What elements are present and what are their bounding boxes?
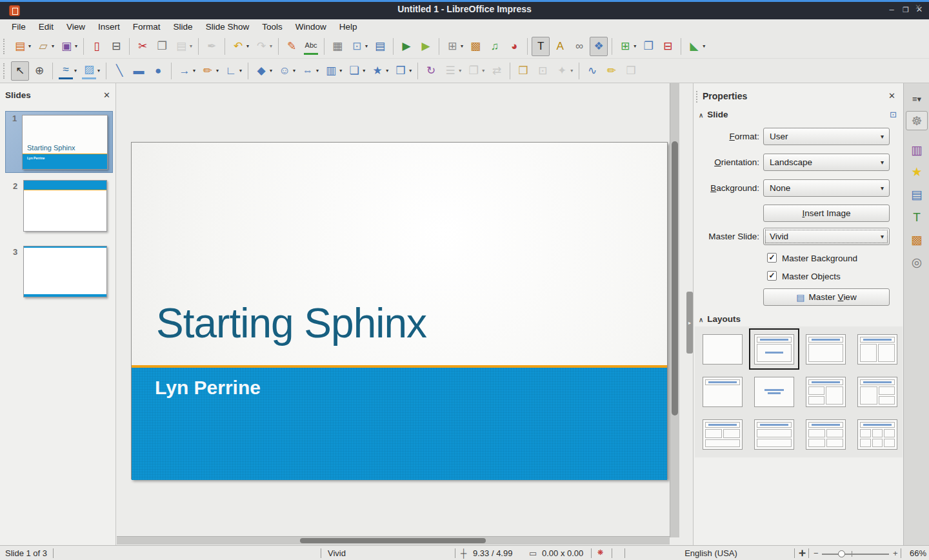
insert-image-button[interactable]: ▩▾ — [466, 37, 484, 56]
layout-blank[interactable] — [697, 328, 748, 370]
slide-title-text[interactable]: Starting Sphinx — [156, 299, 426, 347]
align-objects-button[interactable]: ☰▾ — [441, 61, 463, 81]
format-dropdown[interactable]: User — [763, 128, 890, 145]
start-from-current-slide-button[interactable]: ▶▾ — [417, 37, 435, 56]
collapse-arrow-icon[interactable]: ∧ — [699, 112, 703, 119]
select-tool-button[interactable]: ↖▾ — [11, 61, 29, 81]
menu-slide-show[interactable]: Slide Show — [199, 21, 256, 33]
orientation-dropdown[interactable]: Landscape — [763, 154, 890, 171]
display-modes-button[interactable]: ▤▾ — [371, 37, 389, 56]
display-views-button[interactable]: ⊡▾ — [348, 37, 370, 56]
insert-text-box-button[interactable]: T▾ — [532, 37, 550, 56]
vertical-scrollbar[interactable] — [670, 83, 679, 537]
dropdown-arrow-icon[interactable]: ▾ — [193, 68, 195, 74]
insert-fontwork-button[interactable]: A▾ — [551, 37, 569, 56]
clone-formatting-button[interactable]: ✒▾ — [203, 37, 221, 56]
vertical-scrollbar-thumb[interactable] — [672, 141, 678, 415]
tab-slide-transition[interactable]: ▥ — [906, 141, 928, 160]
background-dropdown[interactable]: None — [763, 179, 890, 197]
cut-button[interactable]: ✂▾ — [134, 37, 152, 56]
menu-edit[interactable]: Edit — [32, 21, 60, 33]
properties-panel-close-icon[interactable]: ✕ — [888, 91, 895, 101]
slides-panel-close-icon[interactable]: ✕ — [103, 90, 110, 100]
zoom-in-button[interactable]: + — [893, 548, 898, 558]
master-slide-dropdown[interactable]: Vivid — [763, 228, 890, 245]
dropdown-arrow-icon[interactable]: ▾ — [339, 68, 342, 74]
tab-styles[interactable]: T — [906, 208, 928, 227]
slide-subtitle-text[interactable]: Lyn Perrine — [155, 377, 261, 399]
insert-media-button[interactable]: ♫▾ — [486, 37, 504, 56]
menu-insert[interactable]: Insert — [92, 21, 126, 33]
more-options-icon[interactable]: ⊡ — [890, 110, 897, 119]
slide-section-header[interactable]: ∧Slide — [699, 110, 728, 119]
undo-button[interactable]: ↶▾ — [229, 37, 251, 56]
gluepoints-button[interactable]: ✏▾ — [603, 61, 621, 81]
zoom-out-button[interactable]: − — [814, 548, 819, 558]
dropdown-arrow-icon[interactable]: ▾ — [28, 43, 31, 49]
unsaved-changes-icon[interactable]: ❋ — [597, 548, 603, 557]
curves-polygons-button[interactable]: ✏▾ — [199, 61, 221, 81]
dropdown-arrow-icon[interactable]: ▾ — [634, 43, 636, 49]
dropdown-arrow-icon[interactable]: ▾ — [363, 68, 365, 74]
tab-gallery[interactable]: ▩ — [906, 230, 928, 250]
layout-6content[interactable] — [852, 414, 903, 455]
paste-button[interactable]: ▤▾ — [172, 37, 194, 56]
dropdown-arrow-icon[interactable]: ▾ — [365, 43, 368, 49]
menu-format[interactable]: Format — [126, 21, 167, 33]
slide-title-area[interactable]: Starting Sphinx — [132, 143, 667, 365]
show-draw-functions-button[interactable]: ❖▾ — [590, 37, 608, 56]
spelling-button[interactable]: Abc▾ — [302, 37, 320, 56]
layout-title-slide[interactable] — [749, 328, 799, 370]
layout-title-only[interactable] — [697, 371, 748, 412]
zoom-percent[interactable]: 66% — [906, 548, 926, 558]
print-button[interactable]: ⊟▾ — [107, 37, 125, 56]
block-arrows-button[interactable]: ⇔▾ — [299, 61, 321, 81]
find-replace-button[interactable]: ✎▾ — [283, 37, 301, 56]
rectangle-button[interactable]: ▬▾ — [130, 61, 148, 81]
slide-thumbnail-1[interactable]: Starting Sphinx Lyn Perrine — [22, 115, 108, 170]
display-grid-button[interactable]: ▦▾ — [328, 37, 346, 56]
dropdown-arrow-icon[interactable]: ▾ — [293, 68, 295, 74]
dropdown-arrow-icon[interactable]: ▾ — [316, 68, 319, 74]
panel-grip[interactable] — [696, 91, 697, 103]
delete-slide-button[interactable]: ⊟▾ — [659, 37, 677, 56]
tab-properties[interactable]: ☸ — [906, 111, 928, 130]
menu-help[interactable]: Help — [333, 21, 364, 33]
layout-title-two-content[interactable] — [852, 328, 903, 370]
open-file-button[interactable]: ▱▾ — [34, 37, 56, 56]
collapse-arrow-icon[interactable]: ∧ — [699, 316, 703, 323]
export-pdf-button[interactable]: ▯▾ — [88, 37, 106, 56]
layout-content-and-2content[interactable] — [852, 371, 903, 412]
edit-points-button[interactable]: ∿▾ — [583, 61, 601, 81]
insert-hyperlink-button[interactable]: ∞▾ — [570, 37, 588, 56]
master-slide-status[interactable]: Vivid — [328, 548, 346, 558]
image-filter-button[interactable]: ✦▾ — [553, 61, 575, 81]
layout-4content[interactable] — [801, 414, 851, 455]
toolbar-grip[interactable] — [3, 63, 7, 79]
star-shapes-button[interactable]: ★▾ — [368, 61, 390, 81]
dropdown-arrow-icon[interactable]: ▾ — [190, 43, 192, 49]
insert-line-button[interactable]: ╲▾ — [110, 61, 128, 81]
duplicate-slide-button[interactable]: ❐▾ — [639, 37, 657, 56]
dropdown-arrow-icon[interactable]: ▾ — [270, 43, 272, 49]
rotate-button[interactable]: ↻▾ — [422, 61, 440, 81]
dropdown-arrow-icon[interactable]: ▾ — [459, 68, 461, 74]
master-objects-checkbox[interactable]: ✓ — [767, 271, 777, 281]
slide-subtitle-area[interactable]: Lyn Perrine — [132, 368, 667, 480]
dropdown-arrow-icon[interactable]: ▾ — [386, 68, 388, 74]
master-view-button[interactable]: ▤Master View — [763, 288, 890, 306]
dropdown-arrow-icon[interactable]: ▾ — [52, 43, 54, 49]
3d-objects-button[interactable]: ❒▾ — [392, 61, 414, 81]
basic-shapes-button[interactable]: ◆▾ — [252, 61, 274, 81]
lines-and-arrows-button[interactable]: →▾ — [175, 61, 197, 81]
dropdown-arrow-icon[interactable]: ▾ — [216, 68, 219, 74]
dropdown-arrow-icon[interactable]: ▾ — [74, 68, 77, 74]
menu-tools[interactable]: Tools — [255, 21, 289, 33]
layout-title-content[interactable] — [801, 328, 851, 370]
line-color-button[interactable]: ≈▾ — [57, 61, 79, 81]
layout-content-over-content[interactable] — [749, 414, 799, 455]
arrange-button[interactable]: ❐▾ — [464, 61, 486, 81]
shadow-button[interactable]: ❒▾ — [514, 61, 532, 81]
restore-button[interactable]: ❐ — [899, 3, 912, 16]
layouts-section-header[interactable]: ∧Layouts — [699, 314, 741, 324]
